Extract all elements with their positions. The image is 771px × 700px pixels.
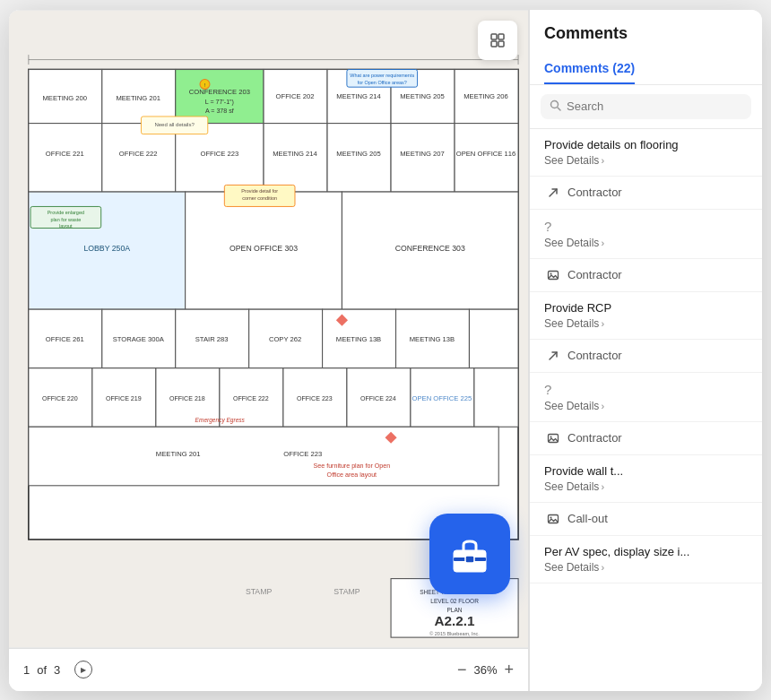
- play-button[interactable]: ▶: [74, 661, 92, 678]
- svg-rect-22: [29, 123, 102, 191]
- list-item: ? See Details ›: [530, 210, 762, 259]
- svg-text:for Open Office areas?: for Open Office areas?: [358, 79, 407, 84]
- svg-text:MEETING 13B: MEETING 13B: [410, 335, 455, 343]
- chevron-right-icon: ›: [601, 238, 604, 248]
- svg-text:MEETING 214: MEETING 214: [273, 149, 317, 157]
- svg-text:MEETING 201: MEETING 201: [156, 450, 201, 458]
- list-item: Provide RCP See Details ›: [530, 292, 762, 340]
- svg-text:OFFICE 221: OFFICE 221: [46, 149, 84, 157]
- page-total: 3: [54, 663, 60, 677]
- floor-plan-toolbar: [478, 21, 517, 60]
- page-info: 1 of 3: [23, 663, 60, 677]
- svg-text:MEETING 200: MEETING 200: [42, 94, 87, 102]
- comment-text: Provide RCP: [544, 301, 748, 315]
- list-item: Provide wall t... See Details ›: [530, 455, 762, 503]
- svg-text:OFFICE 223: OFFICE 223: [297, 394, 333, 402]
- svg-rect-114: [549, 514, 559, 523]
- svg-text:OPEN OFFICE 225: OPEN OFFICE 225: [412, 393, 472, 402]
- svg-rect-2: [491, 41, 497, 47]
- svg-rect-8: [176, 69, 264, 123]
- see-details-link[interactable]: See Details ›: [544, 317, 748, 330]
- svg-text:© 2015 Bluebeam, Inc.: © 2015 Bluebeam, Inc.: [429, 630, 480, 635]
- author-name: Contractor: [567, 349, 622, 362]
- svg-text:OFFICE 223: OFFICE 223: [200, 149, 238, 157]
- svg-text:STAMP: STAMP: [334, 587, 360, 596]
- svg-text:Emergency Egress: Emergency Egress: [195, 416, 246, 423]
- question-text: ?: [544, 382, 748, 397]
- list-item: Provide details on flooring See Details …: [530, 129, 762, 177]
- svg-text:Need all details?: Need all details?: [154, 121, 195, 126]
- svg-text:OFFICE 223: OFFICE 223: [283, 450, 322, 458]
- search-input[interactable]: [567, 99, 742, 113]
- author-name: Contractor: [567, 431, 622, 445]
- toolbox-fab[interactable]: [429, 514, 510, 594]
- see-details-link[interactable]: See Details ›: [544, 400, 748, 412]
- svg-rect-1: [498, 34, 504, 39]
- author-name: Contractor: [567, 186, 622, 199]
- svg-rect-112: [549, 434, 559, 442]
- svg-text:MEETING 205: MEETING 205: [400, 92, 445, 100]
- svg-rect-27: [391, 123, 455, 191]
- svg-text:See furniture plan for Open: See furniture plan for Open: [314, 462, 391, 470]
- svg-rect-28: [455, 123, 518, 191]
- zoom-level: 36%: [473, 663, 497, 677]
- svg-text:MEETING 201: MEETING 201: [116, 94, 160, 102]
- page-current: 1: [23, 663, 30, 677]
- comments-search: [530, 85, 762, 129]
- comments-header: Comments Comments (22): [530, 10, 762, 85]
- compare-button[interactable]: [483, 26, 512, 55]
- svg-rect-0: [491, 34, 497, 39]
- svg-rect-25: [264, 123, 327, 191]
- floor-plan-footer: 1 of 3 ▶ − 36% +: [9, 648, 528, 691]
- see-details-link[interactable]: See Details ›: [544, 561, 748, 574]
- svg-line-108: [550, 189, 557, 196]
- chevron-right-icon: ›: [601, 318, 604, 329]
- svg-text:PLAN: PLAN: [447, 606, 463, 612]
- svg-text:What are power requirements: What are power requirements: [350, 73, 414, 78]
- svg-text:CONFERENCE 303: CONFERENCE 303: [395, 243, 465, 252]
- chevron-right-icon: ›: [601, 155, 604, 166]
- image-icon: [544, 429, 562, 447]
- svg-text:A = 378 sf: A = 378 sf: [205, 107, 234, 114]
- svg-rect-48: [469, 309, 518, 368]
- svg-rect-62: [474, 367, 518, 427]
- svg-rect-70: [29, 427, 498, 486]
- svg-line-111: [550, 352, 557, 359]
- comment-author-row: Contractor: [530, 259, 762, 292]
- svg-text:OFFICE 218: OFFICE 218: [169, 394, 205, 402]
- svg-text:OFFICE 202: OFFICE 202: [276, 92, 315, 100]
- see-details-link[interactable]: See Details ›: [544, 237, 748, 249]
- svg-text:STAMP: STAMP: [246, 587, 273, 596]
- svg-text:OFFICE 224: OFFICE 224: [360, 394, 396, 402]
- comments-tabs: Comments (22): [544, 54, 748, 84]
- svg-text:L = 77'-1"): L = 77'-1"): [205, 98, 234, 105]
- svg-text:MEETING 206: MEETING 206: [463, 92, 508, 100]
- svg-text:OFFICE 220: OFFICE 220: [42, 394, 78, 402]
- comments-list: Provide details on flooring See Details …: [530, 129, 762, 691]
- chevron-right-icon: ›: [601, 481, 604, 492]
- svg-text:OPEN OFFICE 116: OPEN OFFICE 116: [456, 149, 516, 157]
- search-wrapper: [541, 94, 751, 119]
- comment-author-row: Contractor: [530, 340, 762, 373]
- see-details-link[interactable]: See Details ›: [544, 154, 748, 167]
- see-details-link[interactable]: See Details ›: [544, 480, 748, 493]
- svg-text:OFFICE 222: OFFICE 222: [119, 149, 158, 157]
- svg-text:OPEN OFFICE 303: OPEN OFFICE 303: [230, 243, 298, 252]
- zoom-in-button[interactable]: +: [504, 661, 514, 678]
- svg-text:Provide enlarged: Provide enlarged: [48, 210, 84, 215]
- svg-point-113: [550, 436, 552, 437]
- comment-text: Per AV spec, display size i...: [544, 545, 748, 558]
- zoom-out-button[interactable]: −: [457, 661, 467, 678]
- list-item: Per AV spec, display size i... See Detai…: [530, 536, 762, 583]
- tab-comments[interactable]: Comments (22): [544, 54, 635, 84]
- svg-text:COPY 262: COPY 262: [269, 335, 301, 343]
- question-text: ?: [544, 219, 748, 234]
- diagonal-arrow-icon: [544, 347, 562, 365]
- svg-line-107: [558, 108, 560, 110]
- svg-text:MEETING 214: MEETING 214: [336, 92, 381, 100]
- svg-point-115: [550, 516, 552, 518]
- svg-rect-26: [327, 123, 391, 191]
- svg-text:corner condition: corner condition: [242, 194, 277, 200]
- svg-text:Provide detail for: Provide detail for: [241, 188, 278, 194]
- svg-text:Office area layout: Office area layout: [327, 471, 377, 478]
